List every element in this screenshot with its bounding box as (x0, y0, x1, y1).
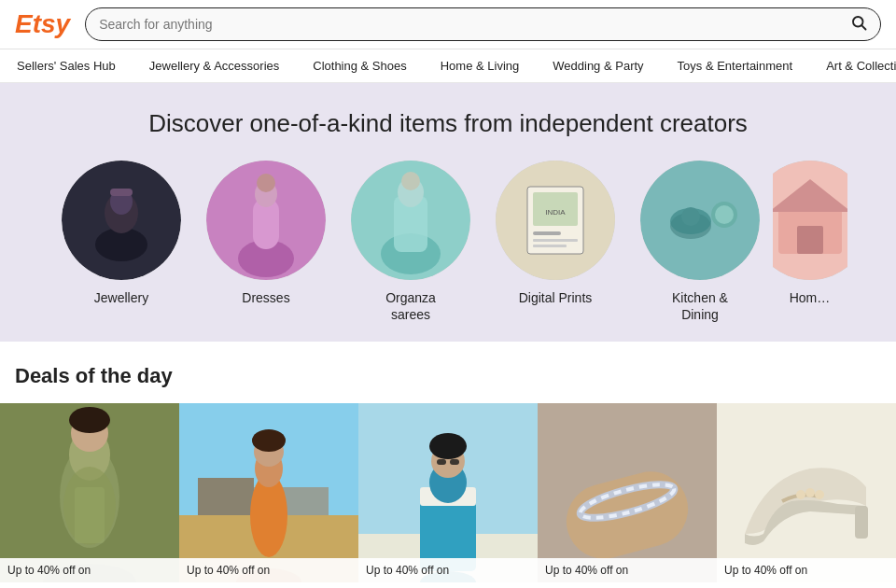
deal-badge-5: Up to 40% off on (717, 558, 896, 582)
category-home[interactable]: Hom… (773, 161, 847, 306)
nav-item-clothing[interactable]: Clothing & Shoes (296, 49, 423, 82)
svg-point-16 (401, 172, 420, 190)
svg-point-50 (252, 429, 286, 452)
svg-rect-59 (437, 459, 446, 465)
svg-rect-6 (110, 189, 133, 196)
etsy-logo[interactable]: Etsy (15, 9, 70, 39)
home-image (773, 161, 847, 280)
category-dresses[interactable]: Dresses (194, 161, 339, 306)
deal-badge-4: Up to 40% off on (538, 558, 717, 582)
nav-item-art[interactable]: Art & Collectibles (809, 49, 896, 82)
deal-card-4[interactable]: Up to 40% off on (538, 403, 717, 582)
main-nav: Sellers' Sales Hub Jewellery & Accessori… (0, 49, 896, 83)
svg-point-29 (715, 205, 734, 224)
deal-card-2[interactable]: Up to 40% off on (179, 403, 358, 582)
svg-point-39 (69, 407, 110, 433)
category-kitchen[interactable]: Kitchen &Dining (628, 161, 773, 323)
kitchen-image (640, 161, 760, 280)
svg-rect-60 (450, 459, 459, 465)
deal-image-3 (358, 403, 538, 582)
category-jewellery[interactable]: Jewellery (49, 161, 194, 306)
nav-item-jewellery[interactable]: Jewellery & Accessories (133, 49, 296, 82)
category-circles: Jewellery Dresses (19, 161, 877, 323)
jewellery-image (62, 161, 181, 280)
svg-point-69 (805, 488, 815, 497)
category-circle-dresses (206, 161, 326, 280)
category-circle-digital: INDIA (496, 161, 615, 280)
svg-rect-44 (198, 478, 254, 515)
svg-rect-21 (533, 231, 561, 235)
category-circle-organza (351, 161, 470, 280)
search-bar (85, 7, 881, 41)
svg-rect-41 (75, 487, 105, 543)
category-circle-kitchen (640, 161, 760, 280)
category-digital[interactable]: INDIA Digital Prints (483, 161, 628, 306)
deal-image-1 (0, 403, 179, 582)
deal-badge-1: Up to 40% off on (0, 558, 179, 582)
category-label-dresses: Dresses (242, 289, 289, 306)
deal-product-1 (0, 403, 179, 582)
svg-point-11 (257, 174, 275, 192)
hero-banner: Discover one-of-a-kind items from indepe… (0, 83, 896, 342)
digital-image: INDIA (496, 161, 615, 280)
deal-product-5 (717, 403, 896, 582)
deal-product-4 (538, 403, 717, 582)
category-organza[interactable]: Organzasarees (339, 161, 483, 323)
nav-item-home[interactable]: Home & Living (424, 49, 537, 82)
category-label-organza: Organzasarees (385, 289, 436, 323)
svg-point-70 (815, 490, 824, 499)
deal-image-2 (179, 403, 358, 582)
nav-item-toys[interactable]: Toys & Entertainment (661, 49, 810, 82)
deal-image-4 (538, 403, 717, 582)
header: Etsy (0, 0, 896, 49)
deal-card-3[interactable]: Up to 40% off on (358, 403, 538, 582)
category-label-kitchen: Kitchen &Dining (672, 289, 728, 323)
nav-item-sellers[interactable]: Sellers' Sales Hub (0, 49, 133, 82)
nav-item-wedding[interactable]: Wedding & Party (536, 49, 660, 82)
deals-title: Deals of the day (0, 364, 896, 403)
search-button[interactable] (850, 14, 867, 35)
deal-badge-2: Up to 40% off on (179, 558, 358, 582)
deal-image-5 (717, 403, 896, 582)
svg-rect-67 (855, 506, 868, 539)
svg-line-1 (861, 25, 865, 29)
search-icon (850, 14, 867, 31)
organza-image (351, 161, 470, 280)
deals-section: Deals of the day Up to 40% off on (0, 342, 896, 582)
search-input[interactable] (99, 17, 850, 32)
svg-rect-33 (797, 226, 823, 254)
category-label-jewellery: Jewellery (94, 289, 148, 306)
category-label-digital: Digital Prints (519, 289, 593, 306)
hero-title: Discover one-of-a-kind items from indepe… (19, 109, 877, 138)
deal-card-5[interactable]: Up to 40% off on (717, 403, 896, 582)
svg-point-68 (796, 490, 805, 499)
deal-badge-3: Up to 40% off on (358, 558, 538, 582)
svg-point-58 (429, 433, 467, 459)
deal-product-3 (358, 403, 538, 582)
deal-product-2 (179, 403, 358, 582)
svg-text:INDIA: INDIA (545, 208, 566, 217)
svg-rect-27 (681, 207, 700, 226)
deal-card-1[interactable]: Up to 40% off on (0, 403, 179, 582)
category-circle-jewellery (62, 161, 181, 280)
svg-rect-22 (533, 239, 578, 242)
category-circle-home (773, 161, 847, 280)
deals-grid: Up to 40% off on Up to 40% off on (0, 403, 896, 582)
category-label-home: Hom… (790, 289, 831, 306)
svg-rect-23 (533, 245, 567, 247)
dresses-image (206, 161, 326, 280)
